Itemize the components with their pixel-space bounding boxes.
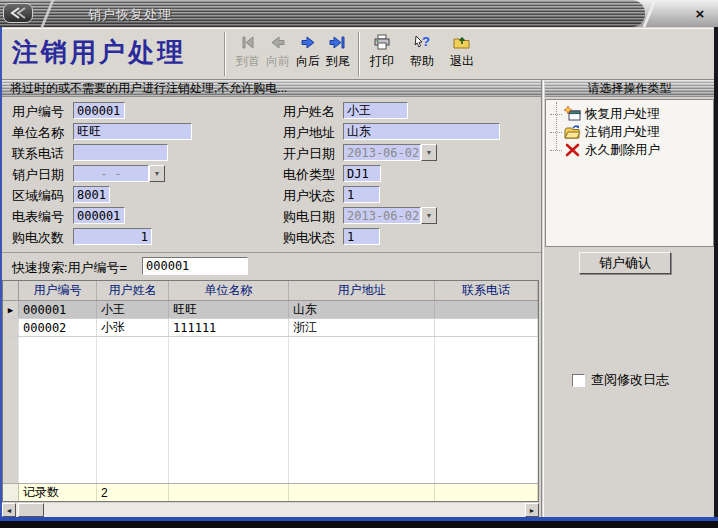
- print-icon: [373, 32, 391, 52]
- phone-field[interactable]: [73, 144, 168, 161]
- view-log-checkbox[interactable]: [572, 374, 585, 387]
- toolbar-separator: [358, 32, 360, 76]
- form-row: 销户日期 - - ▼ 电价类型: [0, 165, 541, 182]
- close-button[interactable]: ×: [691, 4, 709, 22]
- indicator-column: [3, 337, 19, 483]
- exit-icon: [453, 32, 471, 52]
- window-title: 销户恢复处理: [88, 6, 172, 24]
- phone-label: 联系电话: [12, 145, 64, 163]
- footer-cell: [289, 484, 435, 501]
- table-row[interactable]: ▶ 000001 小王 旺旺 山东: [3, 301, 538, 319]
- exit-button[interactable]: 退出: [444, 32, 480, 78]
- title-bar: 销户恢复处理 ×: [0, 0, 718, 27]
- close-date-combo[interactable]: - - ▼: [73, 165, 165, 182]
- footer-cell: [169, 484, 289, 501]
- system-menu-button[interactable]: [3, 3, 33, 23]
- purchase-status-label: 购电状态: [283, 229, 335, 247]
- cell-user-id: 000001: [19, 301, 97, 318]
- horizontal-scrollbar[interactable]: ◄ ►: [2, 503, 539, 517]
- form-row: 联系电话 开户日期 2013-06-02 ▼: [0, 144, 541, 161]
- combo-arrow-icon[interactable]: ▼: [421, 144, 437, 161]
- tree-item-restore-user[interactable]: 恢复用户处理: [550, 105, 660, 123]
- grid-header-row: 用户编号 用户姓名 单位名称 用户地址 联系电话: [3, 281, 538, 301]
- form-row: 单位名称 用户地址: [0, 123, 541, 140]
- scroll-left-button[interactable]: ◄: [2, 503, 16, 517]
- column-header-unit-name[interactable]: 单位名称: [169, 281, 289, 300]
- area-code-field[interactable]: [73, 186, 110, 203]
- quick-search-label: 快速搜索:用户编号=: [12, 259, 127, 277]
- tree-connector: [550, 114, 562, 115]
- panel-divider: [541, 80, 544, 517]
- form-row: 区域编码 用户状态: [0, 186, 541, 203]
- tree-item-deregister-user[interactable]: 注销用户处理: [550, 123, 660, 141]
- user-name-field[interactable]: [343, 102, 408, 119]
- column-header-address[interactable]: 用户地址: [289, 281, 435, 300]
- grid-indicator-header: [3, 281, 19, 300]
- unit-name-label: 单位名称: [12, 124, 64, 142]
- grid-footer-row: 记录数 2: [3, 483, 538, 501]
- cell-user-name: 小王: [97, 301, 169, 318]
- meter-id-label: 电表编号: [12, 208, 64, 226]
- meter-id-field[interactable]: [73, 207, 125, 224]
- unit-name-field[interactable]: [73, 123, 192, 140]
- user-id-field[interactable]: [73, 102, 125, 119]
- area-code-label: 区域编码: [12, 187, 64, 205]
- form-row: 用户编号 用户姓名: [0, 102, 541, 119]
- deregister-user-icon: [564, 124, 581, 140]
- purchase-date-label: 购电日期: [283, 208, 335, 226]
- purchase-status-field[interactable]: [343, 228, 380, 245]
- user-status-label: 用户状态: [283, 187, 335, 205]
- page-title: 注销用户处理: [12, 35, 186, 70]
- close-date-label: 销户日期: [12, 166, 64, 184]
- open-date-label: 开户日期: [283, 145, 335, 163]
- go-first-icon: [239, 32, 257, 52]
- current-row-arrow-icon: ▶: [8, 305, 13, 315]
- cell-phone: [435, 301, 538, 318]
- window-right-border: [714, 27, 718, 517]
- column-header-user-id[interactable]: 用户编号: [19, 281, 97, 300]
- toolbar: 注销用户处理 到首 向前 向后 到尾: [2, 28, 714, 80]
- user-address-field[interactable]: [343, 123, 500, 140]
- tree-connector: [550, 150, 562, 151]
- cell-user-id: 000002: [19, 319, 97, 336]
- restore-user-icon: [564, 106, 581, 122]
- scroll-right-button[interactable]: ►: [525, 503, 539, 517]
- combo-arrow-icon[interactable]: ▼: [149, 165, 165, 182]
- user-status-field[interactable]: [343, 186, 380, 203]
- form-row: 电表编号 购电日期 2013-06-02 ▼: [0, 207, 541, 224]
- nav-last-button[interactable]: 到尾: [320, 32, 356, 78]
- operation-type-tree: 恢复用户处理 注销用户处理 永久删除用户: [545, 99, 714, 247]
- user-address-label: 用户地址: [283, 124, 335, 142]
- help-button[interactable]: ? 帮助: [404, 32, 440, 78]
- cell-unit-name: 111111: [169, 319, 289, 336]
- current-row-indicator: ▶: [3, 301, 19, 318]
- svg-text:?: ?: [422, 34, 430, 49]
- form-row: 购电次数 购电状态: [0, 228, 541, 245]
- delete-user-icon: [564, 142, 581, 158]
- purchase-date-combo[interactable]: 2013-06-02 ▼: [343, 207, 437, 224]
- scrollbar-thumb[interactable]: [18, 503, 44, 517]
- price-type-field[interactable]: [343, 165, 381, 182]
- toolbar-separator: [224, 32, 226, 76]
- view-log-label: 查阅修改日志: [591, 371, 669, 389]
- tree-item-delete-user[interactable]: 永久删除用户: [550, 141, 660, 159]
- column-header-user-name[interactable]: 用户姓名: [97, 281, 169, 300]
- user-name-label: 用户姓名: [283, 103, 335, 121]
- status-bar: 将过时的或不需要的用户进行注销处理,不允许购电...: [2, 80, 541, 97]
- view-log-option[interactable]: 查阅修改日志: [572, 371, 669, 389]
- go-last-icon: [329, 32, 347, 52]
- footer-cell: [435, 484, 538, 501]
- confirm-cancellation-button[interactable]: 销户确认: [579, 252, 671, 274]
- open-date-combo[interactable]: 2013-06-02 ▼: [343, 144, 437, 161]
- purchase-count-field[interactable]: [73, 228, 152, 245]
- record-count-value: 2: [97, 484, 169, 501]
- quick-search-input[interactable]: [142, 257, 248, 275]
- column-header-phone[interactable]: 联系电话: [435, 281, 538, 300]
- table-row[interactable]: 000002 小张 111111 浙江: [3, 319, 538, 337]
- app-logo-icon: [8, 6, 28, 20]
- combo-arrow-icon[interactable]: ▼: [421, 207, 437, 224]
- grid-empty-area: [3, 337, 538, 483]
- empty-column: [435, 337, 538, 483]
- go-previous-icon: [269, 32, 287, 52]
- print-button[interactable]: 打印: [364, 32, 400, 78]
